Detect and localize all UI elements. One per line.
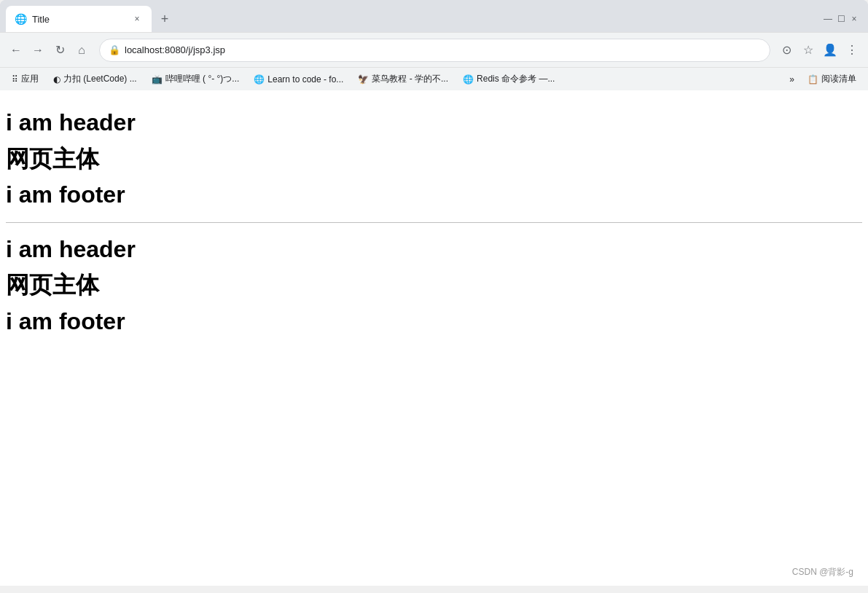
active-tab[interactable]: 🌐 Title × bbox=[6, 6, 152, 32]
profile-button[interactable]: 👤 bbox=[820, 40, 840, 60]
close-window-button[interactable]: × bbox=[849, 14, 859, 24]
back-button[interactable]: ← bbox=[6, 40, 26, 60]
home-button[interactable]: ⌂ bbox=[71, 40, 92, 60]
window-controls: — ☐ × bbox=[823, 14, 868, 24]
bookmark-learn[interactable]: 🌐 Learn to code - fo... bbox=[248, 72, 349, 87]
section-divider bbox=[6, 222, 862, 223]
reader-icon: 📋 bbox=[808, 74, 818, 85]
tab-bar-left: 🌐 Title × + bbox=[0, 6, 823, 32]
bookmark-bilibili-label: 哔哩哔哩 ( °- °)つ... bbox=[165, 73, 240, 85]
bookmark-bilibili[interactable]: 📺 哔哩哔哩 ( °- °)つ... bbox=[146, 71, 246, 87]
bookmark-redis[interactable]: 🌐 Redis 命令参考 —... bbox=[457, 71, 560, 87]
bookmarks-bar: ⠿ 应用 ◐ 力扣 (LeetCode) ... 📺 哔哩哔哩 ( °- °)つ… bbox=[0, 67, 868, 90]
bookmark-runoob-label: 菜鸟教程 - 学的不... bbox=[372, 73, 448, 85]
bookmark-star-button[interactable]: ☆ bbox=[798, 40, 818, 60]
bookmark-reader-label: 阅读清单 bbox=[821, 73, 856, 85]
section1-body: 网页主体 bbox=[6, 144, 862, 175]
bilibili-icon: 📺 bbox=[152, 74, 163, 85]
refresh-button[interactable]: ↻ bbox=[50, 40, 70, 60]
bookmark-learn-label: Learn to code - fo... bbox=[267, 74, 343, 85]
tab-close-button[interactable]: × bbox=[131, 13, 143, 25]
bookmark-leetcode-label: 力扣 (LeetCode) ... bbox=[63, 73, 137, 85]
address-bar[interactable]: 🔒 localhost:8080/j/jsp3.jsp bbox=[99, 39, 770, 62]
tab-title: Title bbox=[32, 14, 127, 25]
menu-button[interactable]: ⋮ bbox=[842, 40, 862, 60]
section-1: i am header 网页主体 i am footer bbox=[6, 108, 862, 211]
learn-icon: 🌐 bbox=[254, 74, 265, 85]
bookmark-leetcode[interactable]: ◐ 力扣 (LeetCode) ... bbox=[47, 71, 143, 87]
maximize-button[interactable]: ☐ bbox=[836, 14, 846, 24]
page-content: i am header 网页主体 i am footer i am header… bbox=[0, 90, 868, 586]
tab-favicon: 🌐 bbox=[15, 13, 26, 25]
section-2: i am header 网页主体 i am footer bbox=[6, 235, 862, 337]
section1-footer: i am footer bbox=[6, 180, 862, 211]
watermark: CSDN @背影-g bbox=[792, 566, 853, 578]
toolbar: ← → ↻ ⌂ 🔒 localhost:8080/j/jsp3.jsp ⊙ ☆ … bbox=[0, 32, 868, 67]
section2-footer: i am footer bbox=[6, 307, 862, 337]
lock-icon: 🔒 bbox=[109, 44, 120, 55]
forward-button[interactable]: → bbox=[28, 40, 48, 60]
leetcode-icon: ◐ bbox=[53, 74, 60, 85]
redis-icon: 🌐 bbox=[463, 74, 474, 85]
tab-bar: 🌐 Title × + — ☐ × bbox=[0, 0, 868, 32]
bookmark-runoob[interactable]: 🦅 菜鸟教程 - 学的不... bbox=[352, 71, 454, 87]
bookmark-reader[interactable]: 📋 阅读清单 bbox=[802, 71, 862, 87]
download-icon[interactable]: ⊙ bbox=[776, 40, 797, 60]
minimize-button[interactable]: — bbox=[823, 14, 833, 24]
browser-window: 🌐 Title × + — ☐ × ← → ↻ ⌂ 🔒 localhost:80… bbox=[0, 0, 868, 586]
bookmark-apps[interactable]: ⠿ 应用 bbox=[6, 71, 44, 87]
bookmark-more-button[interactable]: » bbox=[785, 72, 799, 87]
apps-icon: ⠿ bbox=[12, 74, 18, 85]
url-text: localhost:8080/j/jsp3.jsp bbox=[125, 44, 761, 55]
section2-body: 网页主体 bbox=[6, 270, 862, 301]
bookmark-redis-label: Redis 命令参考 —... bbox=[477, 73, 555, 85]
toolbar-right: ⊙ ☆ 👤 ⋮ bbox=[776, 40, 862, 60]
bookmark-apps-label: 应用 bbox=[21, 73, 39, 85]
section2-header: i am header bbox=[6, 235, 862, 265]
section1-header: i am header bbox=[6, 108, 862, 138]
runoob-icon: 🦅 bbox=[358, 74, 369, 85]
new-tab-button[interactable]: + bbox=[155, 9, 175, 29]
